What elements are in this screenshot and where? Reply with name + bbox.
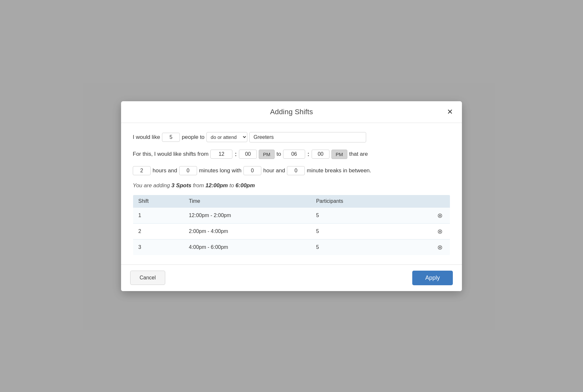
cell-participants: 5: [311, 223, 402, 239]
summary-text: You are adding 3 Spots from 12:00pm to 6…: [133, 182, 450, 189]
break-hours-label: hour and: [263, 167, 285, 174]
cell-participants: 5: [311, 207, 402, 223]
modal-footer: Cancel Apply: [121, 264, 462, 291]
role-input[interactable]: [249, 132, 366, 142]
summary-spots: 3 Spots: [171, 182, 191, 189]
col-header-participants: Participants: [311, 195, 402, 207]
cell-shift-num: 2: [133, 223, 184, 239]
col-header-shift: Shift: [133, 195, 184, 207]
summary-prefix: You are adding: [133, 182, 171, 189]
modal-overlay: Adding Shifts ✕ I would like people to d…: [0, 0, 583, 392]
shifts-table: Shift Time Participants 1 12:00pm - 2:00…: [133, 195, 450, 255]
break-mins-input[interactable]: [287, 166, 305, 175]
cell-shift-num: 3: [133, 239, 184, 255]
summary-from: 12:00pm: [205, 182, 228, 189]
summary-middle: from: [192, 182, 205, 189]
delete-row-button[interactable]: ⊗: [435, 227, 445, 235]
table-row: 2 2:00pm - 4:00pm 5 ⊗: [133, 223, 450, 239]
from-ampm-button[interactable]: PM: [259, 150, 275, 159]
cell-delete: ⊗: [402, 207, 450, 223]
intro-prefix-label: I would like: [133, 134, 160, 141]
row-people: I would like people to do or attendbe pr…: [133, 132, 450, 142]
to-ampm-button[interactable]: PM: [331, 150, 347, 159]
close-button[interactable]: ✕: [445, 107, 455, 117]
table-header-row: Shift Time Participants: [133, 195, 450, 207]
duration-hours-input[interactable]: [133, 166, 151, 175]
duration-hours-label: hours and: [153, 167, 177, 174]
colon-1: :: [235, 151, 237, 158]
delete-row-button[interactable]: ⊗: [435, 212, 445, 219]
colon-2: :: [307, 151, 309, 158]
cell-time: 4:00pm - 6:00pm: [184, 239, 311, 255]
task-select[interactable]: do or attendbe present at: [206, 132, 247, 142]
break-mins-label: minute breaks in between.: [307, 167, 371, 174]
duration-mins-input[interactable]: [179, 166, 197, 175]
people-count-input[interactable]: [162, 133, 180, 142]
apply-button[interactable]: Apply: [412, 271, 453, 285]
table-row: 3 4:00pm - 6:00pm 5 ⊗: [133, 239, 450, 255]
adding-shifts-modal: Adding Shifts ✕ I would like people to d…: [121, 101, 462, 291]
to-hour-input[interactable]: [283, 150, 305, 159]
modal-header: Adding Shifts ✕: [121, 101, 462, 123]
people-suffix-label: people to: [182, 134, 205, 141]
cell-time: 12:00pm - 2:00pm: [184, 207, 311, 223]
cell-time: 2:00pm - 4:00pm: [184, 223, 311, 239]
delete-row-button[interactable]: ⊗: [435, 243, 445, 251]
cancel-button[interactable]: Cancel: [130, 271, 165, 285]
modal-title: Adding Shifts: [270, 108, 313, 116]
cell-delete: ⊗: [402, 223, 450, 239]
to-word-label: to: [277, 151, 281, 157]
cell-shift-num: 1: [133, 207, 184, 223]
col-header-actions: [402, 195, 450, 207]
summary-to: 6:00pm: [236, 182, 255, 189]
modal-body: I would like people to do or attendbe pr…: [121, 123, 462, 264]
row-duration: hours and minutes long with hour and min…: [133, 166, 450, 175]
duration-mins-label: minutes long with: [199, 167, 242, 174]
shifts-intro-label: For this, I would like shifts from: [133, 151, 208, 157]
row-shifts-time: For this, I would like shifts from : PM …: [133, 150, 450, 159]
cell-delete: ⊗: [402, 239, 450, 255]
from-hour-input[interactable]: [210, 150, 232, 159]
from-min-input[interactable]: [239, 150, 257, 159]
summary-to-word: to: [228, 182, 236, 189]
cell-participants: 5: [311, 239, 402, 255]
break-hours-input[interactable]: [243, 166, 261, 175]
that-are-label: that are: [349, 151, 368, 157]
table-row: 1 12:00pm - 2:00pm 5 ⊗: [133, 207, 450, 223]
to-min-input[interactable]: [312, 150, 329, 159]
col-header-time: Time: [184, 195, 311, 207]
